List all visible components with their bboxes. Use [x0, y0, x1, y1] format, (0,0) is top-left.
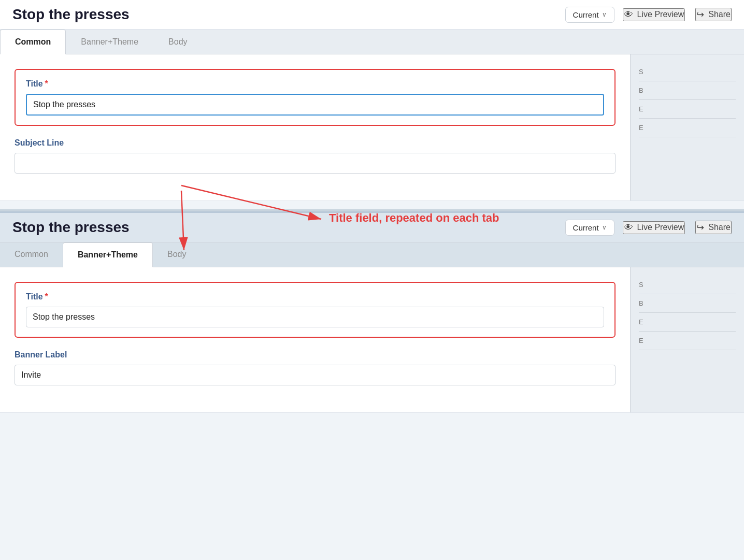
share-icon-2: ↪	[696, 222, 704, 233]
side-label-1d: E	[639, 119, 736, 137]
live-preview-button-2[interactable]: 👁 Live Preview	[623, 221, 685, 234]
required-star-1: *	[45, 79, 48, 89]
header-actions-2: 👁 Live Preview ↪ Share	[623, 221, 732, 234]
share-button-2[interactable]: ↪ Share	[695, 221, 732, 234]
eye-icon-2: 👁	[624, 222, 633, 233]
banner-label-section: Banner Label	[15, 350, 616, 385]
panel-1-side: S B E E	[630, 54, 744, 200]
eye-icon-1: 👁	[624, 9, 633, 20]
side-label-1b: B	[639, 81, 736, 100]
share-label-2: Share	[708, 223, 731, 232]
live-preview-label-1: Live Preview	[637, 10, 684, 19]
version-label-1: Current	[573, 10, 599, 19]
chevron-down-icon-1: ∨	[602, 11, 607, 18]
tab-common-1[interactable]: Common	[0, 30, 66, 54]
tab-banner-theme-1[interactable]: Banner+Theme	[66, 30, 153, 54]
version-label-2: Current	[573, 223, 599, 232]
annotation-arrow: Title field, repeated on each tab	[155, 160, 518, 263]
title-input-1[interactable]	[26, 94, 604, 116]
title-field-section-1: Title *	[15, 69, 616, 126]
svg-text:Title field, repeated on each : Title field, repeated on each tab	[329, 211, 499, 224]
tab-common-2[interactable]: Common	[0, 242, 63, 267]
share-label-1: Share	[708, 10, 731, 19]
tab-banner-theme-2[interactable]: Banner+Theme	[63, 242, 153, 267]
title-field-section-2: Title *	[15, 282, 616, 338]
panel-1-header: Stop the presses Current ∨ 👁 Live Previe…	[0, 0, 744, 30]
share-icon-1: ↪	[696, 9, 704, 20]
tab-body-1[interactable]: Body	[153, 30, 202, 54]
live-preview-button-1[interactable]: 👁 Live Preview	[623, 8, 685, 21]
header-actions-1: 👁 Live Preview ↪ Share	[623, 8, 732, 21]
banner-label-label: Banner Label	[15, 350, 616, 360]
version-dropdown-1[interactable]: Current ∨	[565, 7, 614, 23]
svg-line-2	[181, 185, 321, 219]
panel-2-main: Title * Banner Label	[0, 267, 630, 412]
side-label-2b: B	[639, 294, 736, 313]
panel-2-body: Title * Banner Label S B E E	[0, 267, 744, 412]
chevron-down-icon-2: ∨	[602, 224, 607, 231]
side-label-2d: E	[639, 332, 736, 350]
side-label-1a: S	[639, 63, 736, 81]
svg-line-4	[181, 191, 184, 250]
live-preview-label-2: Live Preview	[637, 223, 684, 232]
side-label-1c: E	[639, 100, 736, 119]
title-input-2[interactable]	[26, 307, 604, 327]
side-label-2c: E	[639, 313, 736, 332]
panel-2-side: S B E E	[630, 267, 744, 412]
required-star-2: *	[45, 292, 48, 301]
title-label-1: Title *	[26, 79, 604, 89]
side-label-2a: S	[639, 276, 736, 294]
tabs-bar-1: Common Banner+Theme Body	[0, 30, 744, 54]
banner-label-input[interactable]	[15, 365, 616, 385]
subject-line-label-1: Subject Line	[15, 138, 616, 148]
panel-1-title: Stop the presses	[12, 6, 557, 23]
title-label-2: Title *	[26, 292, 604, 301]
share-button-1[interactable]: ↪ Share	[695, 8, 732, 21]
version-dropdown-2[interactable]: Current ∨	[565, 220, 614, 236]
